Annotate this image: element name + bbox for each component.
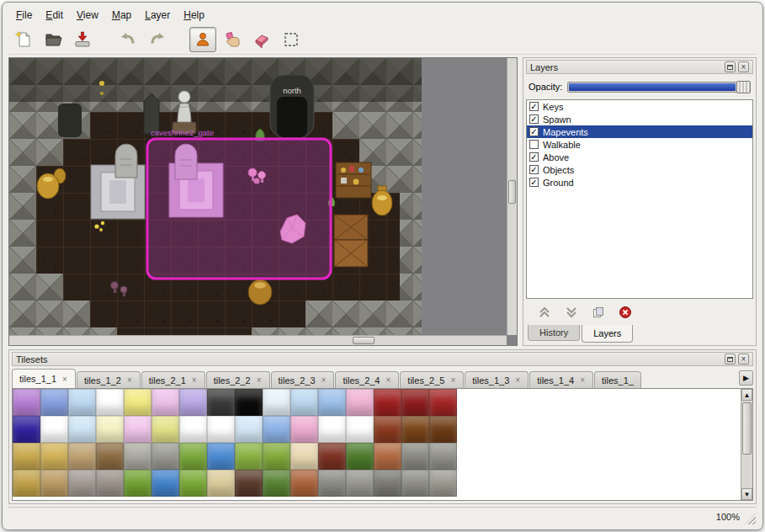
tile-2-16[interactable]: [429, 416, 457, 443]
tile-2-13[interactable]: [346, 416, 374, 443]
tile-1-3[interactable]: [68, 389, 96, 416]
layer-row-keys[interactable]: ✓Keys: [527, 100, 752, 113]
tile-4-7[interactable]: [179, 470, 207, 497]
layer-row-spawn[interactable]: ✓Spawn: [527, 113, 752, 125]
tileset-tab-tiles_1_4[interactable]: tiles_1_4×: [529, 371, 593, 388]
tab-close-icon[interactable]: ×: [256, 375, 263, 385]
menu-layer[interactable]: Layer: [139, 8, 176, 23]
tile-2-4[interactable]: [96, 416, 124, 443]
raise-layer-button[interactable]: [536, 304, 553, 321]
tile-4-11[interactable]: [290, 470, 318, 497]
tileset-tab-tiles_2_3[interactable]: tiles_2_3×: [271, 371, 335, 388]
tile-2-15[interactable]: [401, 416, 429, 443]
layer-row-walkable[interactable]: Walkable: [527, 138, 752, 151]
menu-map[interactable]: Map: [106, 8, 137, 23]
layer-row-objects[interactable]: ✓Objects: [527, 163, 752, 176]
map-viewport[interactable]: north: [8, 57, 518, 346]
tile-4-1[interactable]: [13, 470, 40, 497]
tile-1-5[interactable]: [124, 389, 151, 416]
tile-1-10[interactable]: [263, 389, 290, 416]
tile-3-8[interactable]: [207, 443, 235, 470]
new-map-button[interactable]: [10, 27, 37, 52]
tile-3-10[interactable]: [263, 443, 290, 470]
panel-float-button[interactable]: [725, 354, 736, 364]
tileset-tab-tiles_1_1[interactable]: tiles_1_1×: [12, 369, 76, 388]
tile-4-10[interactable]: [263, 470, 290, 497]
tile-1-15[interactable]: [401, 389, 429, 416]
tile-4-8[interactable]: [207, 470, 235, 497]
tile-3-13[interactable]: [346, 443, 374, 470]
layer-visibility-checkbox[interactable]: ✓: [529, 102, 539, 111]
map-canvas[interactable]: north: [9, 58, 422, 343]
tile-4-9[interactable]: [235, 470, 263, 497]
brush-tool-button[interactable]: [219, 27, 246, 52]
redo-button[interactable]: [144, 27, 171, 52]
layer-row-above[interactable]: ✓Above: [527, 151, 752, 163]
tile-4-4[interactable]: [96, 470, 124, 497]
tile-1-2[interactable]: [40, 389, 68, 416]
tile-1-1[interactable]: [13, 389, 40, 416]
tile-2-10[interactable]: [263, 416, 290, 443]
palette-scrollbar[interactable]: ▲ ▼: [741, 389, 752, 500]
palette-scroll-thumb[interactable]: [742, 402, 752, 455]
menu-edit[interactable]: Edit: [40, 8, 69, 23]
tile-3-16[interactable]: [429, 443, 457, 470]
dock-tab-history[interactable]: History: [528, 325, 580, 341]
map-vscroll-thumb[interactable]: [508, 180, 516, 204]
tile-4-15[interactable]: [401, 470, 429, 497]
tile-1-13[interactable]: [346, 389, 374, 416]
undo-button[interactable]: [114, 27, 141, 52]
tile-3-2[interactable]: [40, 443, 68, 470]
tile-1-12[interactable]: [318, 389, 346, 416]
panel-close-button[interactable]: ×: [738, 61, 749, 72]
scroll-down-arrow[interactable]: ▼: [741, 488, 752, 500]
tile-4-3[interactable]: [68, 470, 96, 497]
tab-close-icon[interactable]: ×: [191, 375, 198, 385]
tile-3-14[interactable]: [374, 443, 401, 470]
tileset-tab-tiles_2_4[interactable]: tiles_2_4×: [335, 371, 399, 388]
tile-3-5[interactable]: [124, 443, 151, 470]
tile-3-11[interactable]: [290, 443, 318, 470]
tile-4-16[interactable]: [429, 470, 457, 497]
tab-scroll-right-button[interactable]: ▶: [739, 370, 753, 386]
delete-layer-button[interactable]: [617, 304, 634, 321]
tile-2-3[interactable]: [68, 416, 96, 443]
tile-4-6[interactable]: [151, 470, 179, 497]
tile-3-1[interactable]: [13, 443, 40, 470]
opacity-slider[interactable]: [567, 82, 751, 93]
resize-grip[interactable]: [745, 513, 756, 524]
layer-visibility-checkbox[interactable]: ✓: [529, 114, 539, 124]
panel-float-button[interactable]: [725, 61, 736, 72]
tile-3-9[interactable]: [235, 443, 263, 470]
open-map-button[interactable]: [40, 27, 66, 52]
duplicate-layer-button[interactable]: [590, 304, 607, 321]
tile-2-6[interactable]: [151, 416, 179, 443]
tab-close-icon[interactable]: ×: [449, 375, 456, 385]
tile-1-6[interactable]: [151, 389, 179, 416]
tile-1-9[interactable]: [235, 389, 263, 416]
tile-2-8[interactable]: [207, 416, 235, 443]
tile-2-9[interactable]: [235, 416, 263, 443]
opacity-slider-handle[interactable]: [736, 81, 751, 93]
tile-3-7[interactable]: [179, 443, 207, 470]
tile-2-5[interactable]: [124, 416, 151, 443]
tile-1-4[interactable]: [96, 389, 124, 416]
tileset-tab-tiles_1_[interactable]: tiles_1_: [594, 371, 641, 388]
tab-close-icon[interactable]: ×: [514, 375, 521, 385]
tileset-tab-tiles_2_1[interactable]: tiles_2_1×: [141, 371, 205, 388]
menu-help[interactable]: Help: [178, 8, 210, 23]
map-horizontal-scrollbar[interactable]: [9, 335, 507, 345]
north-gate[interactable]: north: [270, 75, 314, 137]
layer-visibility-checkbox[interactable]: [529, 140, 539, 149]
dock-tab-layers[interactable]: Layers: [582, 325, 633, 343]
tile-1-14[interactable]: [374, 389, 401, 416]
tile-4-14[interactable]: [374, 470, 401, 497]
tile-1-8[interactable]: [207, 389, 235, 416]
tile-2-11[interactable]: [290, 416, 318, 443]
tile-1-7[interactable]: [179, 389, 207, 416]
lower-layer-button[interactable]: [563, 304, 580, 321]
tile-3-12[interactable]: [318, 443, 346, 470]
tile-1-16[interactable]: [429, 389, 457, 416]
tile-2-12[interactable]: [318, 416, 346, 443]
menu-view[interactable]: View: [71, 8, 104, 23]
